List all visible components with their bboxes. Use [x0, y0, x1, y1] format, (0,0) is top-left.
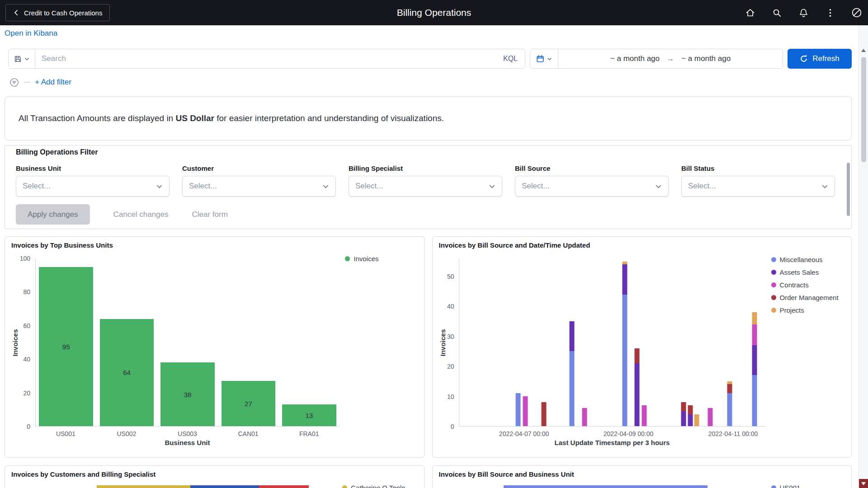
bar-value-label: 95 [39, 343, 93, 350]
stacked-bar[interactable] [642, 258, 647, 426]
scroll-up-arrow-icon[interactable] [859, 46, 868, 54]
bill-source-select[interactable]: Select... [515, 176, 669, 197]
filter-icon[interactable] [9, 77, 19, 88]
kql-button[interactable]: KQL [496, 55, 525, 63]
filter-field-bill-source: Bill SourceSelect... [515, 164, 669, 197]
dashboard-grid: Invoices by Top Business Units Invoices … [5, 236, 852, 488]
select-value: Select... [189, 182, 217, 191]
stacked-bar[interactable] [582, 258, 587, 426]
back-button-label: Credit to Cash Operations [24, 9, 102, 17]
legend-item-order-management[interactable]: Order Management [771, 294, 839, 301]
horizontal-stacked-bar [5, 485, 424, 488]
bar-value-label: 38 [160, 390, 215, 398]
date-from[interactable]: ~ a month ago [610, 54, 660, 63]
plot-area: 9564382713 [35, 258, 340, 427]
scroll-down-arrow-icon[interactable] [859, 479, 868, 488]
stacked-bar[interactable] [752, 258, 757, 426]
cancel-changes-button[interactable]: Cancel changes [113, 210, 169, 219]
stacked-bar[interactable] [688, 258, 693, 426]
bar-us002[interactable]: 64 [100, 319, 154, 426]
bill-source-label: Bill Source [515, 164, 669, 172]
more-actions-icon[interactable] [824, 7, 836, 19]
y-axis-tick: 10 [447, 393, 454, 400]
segment-order-management [634, 348, 639, 363]
saved-queries-button[interactable] [9, 49, 35, 68]
segment-assets-sales [570, 321, 575, 351]
stacked-bar[interactable] [570, 258, 575, 426]
filter-panel-scrollbar[interactable] [847, 163, 850, 216]
search-input[interactable] [35, 54, 496, 63]
horizontal-stacked-bar [433, 485, 852, 488]
segment-assets-sales [623, 264, 627, 294]
filter-panel-title: Billing Operations Filter [16, 148, 840, 156]
add-filter-link[interactable]: + Add filter [35, 78, 71, 87]
stacked-bar[interactable] [523, 258, 528, 426]
scrollbar-thumb[interactable] [861, 57, 866, 162]
bar-segment[interactable] [504, 485, 708, 488]
stacked-bar[interactable] [634, 258, 639, 426]
date-picker-button[interactable] [530, 49, 558, 68]
page-title: Billing Operations [0, 7, 868, 18]
stacked-bar[interactable] [708, 258, 713, 426]
billing-specialist-label: Billing Specialist [349, 164, 502, 172]
notifications-icon[interactable] [797, 7, 809, 19]
x-axis-tick: CAN01 [218, 430, 279, 437]
legend-label: Order Management [780, 294, 839, 301]
y-axis-tick: 80 [23, 288, 30, 296]
billing-operations-filter-panel: Billing Operations Filter Business UnitS… [5, 145, 852, 229]
search-icon[interactable] [771, 7, 783, 19]
legend-label: Miscellaneous [780, 256, 823, 263]
panel-invoices-by-bill-source-and-business-unit: Invoices by Bill Source and Business Uni… [432, 465, 852, 488]
stacked-bar[interactable] [727, 258, 732, 426]
open-in-kibana-link[interactable]: Open in Kibana [5, 29, 57, 38]
bar-segment[interactable] [259, 485, 308, 488]
bar-column: 38 [157, 258, 218, 426]
legend-item-contracts[interactable]: Contracts [771, 281, 839, 289]
notice-bold-text: US Dollar [175, 113, 214, 123]
app-header: Credit to Cash Operations Billing Operat… [0, 0, 868, 25]
stacked-bar[interactable] [681, 258, 686, 426]
home-icon[interactable] [744, 7, 756, 19]
bar-segment[interactable] [97, 485, 191, 488]
stacked-bar[interactable] [516, 258, 521, 426]
refresh-button[interactable]: Refresh [788, 49, 852, 69]
stacked-bar[interactable] [542, 258, 547, 426]
filter-panel-buttons: Apply changes Cancel changes Clear form [16, 204, 840, 225]
segment-order-management [688, 405, 693, 414]
legend-item-invoices[interactable]: Invoices [345, 255, 378, 263]
clear-form-button[interactable]: Clear form [192, 210, 227, 219]
navbar-icon[interactable] [851, 7, 863, 19]
bar-us003[interactable]: 38 [160, 362, 215, 426]
chevron-left-icon [13, 9, 19, 16]
legend-dot [771, 270, 776, 275]
legend-item-projects[interactable]: Projects [771, 306, 839, 314]
stacked-bar[interactable] [623, 258, 627, 426]
bar-segment[interactable] [190, 485, 259, 488]
legend-item-miscellaneous[interactable]: Miscellaneous [771, 256, 839, 263]
legend-item-assets-sales[interactable]: Assets Sales [771, 268, 839, 276]
business-unit-select[interactable]: Select... [16, 176, 170, 197]
apply-changes-button[interactable]: Apply changes [16, 204, 90, 225]
refresh-icon [800, 55, 808, 63]
billing-specialist-select[interactable]: Select... [349, 176, 502, 197]
date-to[interactable]: ~ a month ago [681, 54, 731, 63]
bar-fra01[interactable]: 13 [282, 404, 336, 426]
bar-column: 64 [96, 258, 157, 426]
legend-label: Contracts [780, 281, 809, 289]
legend-dot [771, 295, 776, 300]
customer-select[interactable]: Select... [182, 176, 336, 197]
bill-status-select[interactable]: Select... [681, 176, 835, 197]
bar-us001[interactable]: 95 [39, 267, 93, 426]
stacked-bar[interactable] [694, 258, 699, 426]
bar-column: 27 [218, 258, 278, 426]
save-icon [14, 55, 22, 63]
page-scrollbar[interactable] [859, 25, 868, 488]
back-button[interactable]: Credit to Cash Operations [5, 4, 110, 21]
chevron-down-icon [821, 183, 828, 190]
bar-can01[interactable]: 27 [222, 381, 276, 426]
segment-assets-sales [634, 363, 639, 426]
x-axis-tick: 2022-04-11 00:00 [708, 430, 758, 437]
chart-title: Invoices by Bill Source and Business Uni… [439, 470, 574, 478]
legend-dot [771, 282, 776, 287]
y-axis-tick: 60 [23, 322, 30, 329]
